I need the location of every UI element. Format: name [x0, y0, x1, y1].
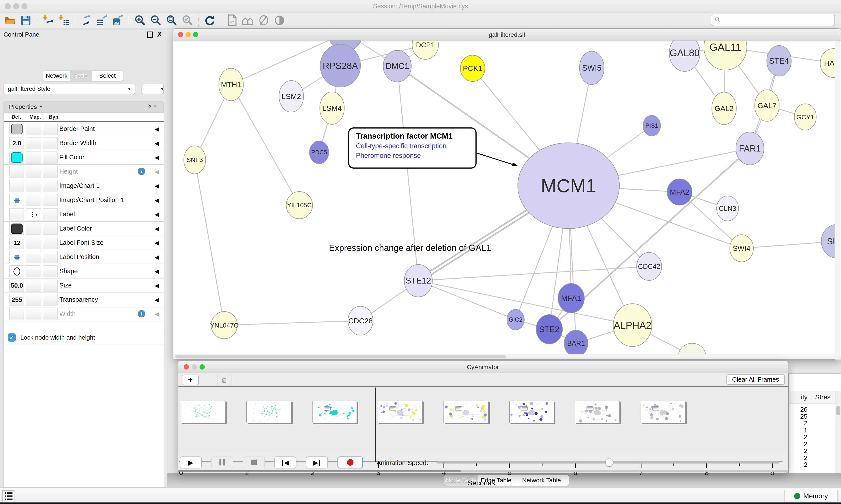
delete-frame-button[interactable]: [217, 375, 232, 385]
bypass-cell[interactable]: [43, 265, 58, 277]
play-button[interactable]: ▶: [180, 456, 202, 468]
add-frame-button[interactable]: +: [182, 375, 199, 385]
node-mcm1[interactable]: MCM1: [518, 143, 619, 229]
task-history-button[interactable]: [2, 490, 15, 502]
tab-style[interactable]: Style: [70, 71, 92, 81]
mapping-cell[interactable]: [26, 308, 41, 320]
expand-row-icon[interactable]: ◀: [155, 297, 159, 303]
default-value-cell[interactable]: 2.0: [10, 137, 24, 149]
default-value-cell[interactable]: [10, 180, 24, 192]
default-value-cell[interactable]: 12: [10, 237, 24, 249]
node-lsm2[interactable]: LSM2: [279, 80, 304, 112]
bypass-cell[interactable]: [43, 123, 58, 135]
node-cln3[interactable]: CLN3: [717, 196, 738, 221]
style-selector[interactable]: galFiltered Style ▾: [3, 84, 135, 94]
node-yil105c[interactable]: YIL105C: [286, 192, 312, 219]
toolbar-import-table-button[interactable]: [56, 13, 72, 28]
tab-network-table[interactable]: Network Table: [514, 475, 569, 486]
timeline-frame-7s[interactable]: [641, 401, 685, 423]
mapping-cell[interactable]: [26, 251, 41, 263]
node-ynl047c[interactable]: YNL047C: [210, 311, 238, 339]
default-value-cell[interactable]: [10, 123, 24, 135]
default-value-cell[interactable]: [10, 166, 24, 178]
edge-cdc42-ste12[interactable]: [418, 267, 649, 281]
toolbar-open-session-button[interactable]: [2, 13, 18, 28]
default-value-cell[interactable]: [10, 265, 24, 277]
properties-header[interactable]: Properties ▾ »«: [4, 101, 164, 113]
default-value-cell[interactable]: [10, 194, 24, 206]
bypass-cell[interactable]: [43, 308, 58, 320]
expand-row-icon[interactable]: ◀: [155, 154, 159, 161]
timeline-frame-3s[interactable]: [378, 401, 423, 423]
toolbar-export-network-button[interactable]: [78, 13, 94, 28]
mapping-cell[interactable]: [26, 180, 41, 192]
node-gcy1[interactable]: GCY1: [794, 104, 816, 130]
toolbar-export-image-button[interactable]: [110, 13, 126, 28]
network-graph[interactable]: DCP1RPS28ADMC1PCK1SWI5GAL80GAL11STE4HAP2…: [174, 40, 835, 354]
bypass-cell[interactable]: [43, 237, 58, 249]
bypass-cell[interactable]: [43, 166, 58, 178]
node-pis1[interactable]: PIS1: [643, 115, 661, 136]
mapping-cell[interactable]: [26, 137, 41, 149]
mapping-cell[interactable]: [26, 194, 41, 206]
annotation-link-1[interactable]: Cell-type-specific transcription: [356, 142, 476, 150]
node-ste4[interactable]: STE4: [767, 46, 791, 76]
expand-row-icon[interactable]: ◀: [155, 126, 159, 132]
expand-row-icon[interactable]: ◀: [155, 197, 159, 203]
tab-network[interactable]: Network: [43, 71, 70, 81]
toolbar-hide-details-button[interactable]: [256, 13, 272, 28]
node-dcp1[interactable]: DCP1: [412, 40, 439, 59]
table-cell-value[interactable]: 2: [789, 419, 807, 427]
animation-speed-slider[interactable]: [436, 461, 780, 464]
timeline-frame-4s[interactable]: [444, 401, 488, 423]
memory-button[interactable]: Memory: [784, 490, 838, 502]
mapping-cell[interactable]: [26, 294, 41, 306]
network-hscrollbar[interactable]: [174, 354, 835, 359]
node-cdc42[interactable]: CDC42: [637, 252, 662, 281]
bypass-cell[interactable]: [43, 137, 58, 149]
edge-ste12-gic2[interactable]: [418, 281, 516, 320]
expand-row-icon[interactable]: ◀: [155, 211, 159, 218]
mapping-cell[interactable]: [26, 237, 41, 249]
node-tup1[interactable]: TUP1: [679, 343, 706, 354]
lock-checkbox[interactable]: ✓: [8, 334, 16, 342]
cyanimator-hscrollbar[interactable]: [178, 470, 788, 472]
timeline-area[interactable]: 0123456789 Seconds: [178, 387, 788, 451]
default-value-cell[interactable]: [10, 308, 24, 320]
expand-row-icon[interactable]: ◀: [155, 140, 159, 146]
bypass-cell[interactable]: [43, 209, 58, 220]
network-canvas[interactable]: DCP1RPS28ADMC1PCK1SWI5GAL80GAL11STE4HAP2…: [174, 40, 835, 354]
table-cell-value[interactable]: 2: [789, 461, 807, 468]
timeline-frame-2s[interactable]: [312, 401, 357, 423]
property-row-image-chart-1[interactable]: Image/Chart 1◀: [4, 179, 164, 193]
property-row-image-chart-position-1[interactable]: Image/Chart Position 1◀: [4, 193, 164, 207]
timeline-frame-6s[interactable]: [575, 401, 620, 423]
timeline-playhead[interactable]: [375, 388, 376, 462]
toolbar-document-button[interactable]: [224, 13, 240, 28]
default-value-cell[interactable]: [10, 209, 24, 220]
toolbar-refresh-button[interactable]: [202, 13, 218, 28]
bypass-cell[interactable]: [43, 294, 58, 306]
edge-ste12-alpha2[interactable]: [418, 281, 632, 325]
table-cell-value[interactable]: 25: [789, 413, 807, 420]
bypass-cell[interactable]: [43, 251, 58, 263]
close-panel-icon[interactable]: ✗: [157, 31, 162, 38]
bypass-cell[interactable]: [43, 194, 58, 206]
skip-to-start-button[interactable]: |◀: [274, 456, 296, 468]
cyanimator-titlebar[interactable]: CyAnimator: [178, 361, 788, 373]
column-header-ity[interactable]: ity: [789, 393, 807, 401]
mapping-cell[interactable]: [26, 123, 41, 135]
property-row-width[interactable]: Widthi◀: [4, 307, 164, 321]
property-row-border-paint[interactable]: Border Paint◀: [4, 122, 164, 136]
table-vscrollbar[interactable]: [836, 391, 841, 473]
annotation-box[interactable]: Transcription factor MCM1 Cell-type-spec…: [348, 127, 477, 168]
property-row-label-font-size[interactable]: 12Label Font Size◀: [4, 236, 164, 250]
network-window-titlebar[interactable]: galFiltered.sif: [173, 29, 841, 40]
toolbar-zoom-in-button[interactable]: [132, 13, 148, 28]
expand-collapse-icons[interactable]: »«: [148, 103, 158, 111]
expand-row-icon[interactable]: ◀: [155, 311, 159, 317]
default-value-cell[interactable]: 50.0: [10, 280, 24, 292]
node-mth1[interactable]: MTH1: [219, 68, 243, 101]
toolbar-import-network-button[interactable]: [40, 13, 56, 28]
pause-button[interactable]: [211, 456, 233, 468]
